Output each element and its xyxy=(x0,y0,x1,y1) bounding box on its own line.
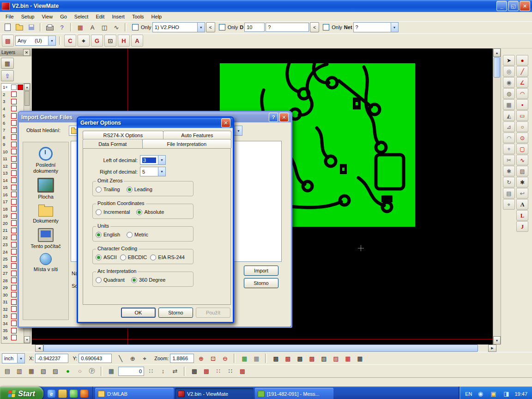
draw-circle-icon[interactable]: ○ xyxy=(516,121,528,132)
y-coordinate-field[interactable]: 0.690643 xyxy=(79,354,112,363)
radio-absolute[interactable]: Absolute xyxy=(136,209,164,215)
red-pad-mode-icon[interactable]: ▩ xyxy=(201,366,212,376)
cut-trace-icon[interactable]: ✂ xyxy=(503,155,515,165)
layer-visibility-chip[interactable] xyxy=(11,163,17,169)
folders-icon[interactable] xyxy=(58,389,67,398)
draw-angle-icon[interactable]: ∠ xyxy=(516,77,528,88)
dot-dark-mode-icon[interactable]: ∷ xyxy=(225,366,236,376)
gerber-dialog-titlebar[interactable]: Gerber Options ✕ xyxy=(78,118,233,128)
place-documents[interactable]: Dokumenty xyxy=(25,204,66,224)
grid-settings-icon[interactable]: ▦ xyxy=(106,366,117,376)
pad-stack-icon[interactable]: ◉ xyxy=(503,77,515,88)
tab-rs274-x-options[interactable]: RS274-X Options xyxy=(83,131,163,139)
close-button[interactable]: ✕ xyxy=(520,1,530,11)
cancel-button[interactable]: Storno xyxy=(158,308,193,318)
dialog-help-icon[interactable]: ? xyxy=(269,113,278,122)
mixed-red-view-icon[interactable]: ▦ xyxy=(342,353,353,363)
layer-color-chip[interactable] xyxy=(18,85,23,90)
unit-select[interactable]: inch ▼ xyxy=(2,353,25,363)
scroll-thumb[interactable] xyxy=(494,57,500,78)
grid-on-icon[interactable]: ▦ xyxy=(239,353,250,363)
crosshair-icon[interactable]: ⌖ xyxy=(139,353,150,363)
layer-visibility-chip[interactable] xyxy=(11,256,17,262)
x-coordinate-field[interactable]: -0.942237 xyxy=(35,354,68,363)
mirror-tool-icon[interactable]: ◭ xyxy=(503,110,515,121)
radio-360-degree[interactable]: 360 Degree xyxy=(131,277,166,283)
dcode-value-field[interactable]: 10 xyxy=(244,23,265,32)
layer-visibility-chip[interactable] xyxy=(11,306,17,312)
minimize-button[interactable]: _ xyxy=(496,1,507,11)
restore-button[interactable]: ◱ xyxy=(508,1,519,11)
draw-slot-icon[interactable]: ▢ xyxy=(516,144,528,154)
snap-on-icon[interactable]: ● xyxy=(62,366,73,376)
only-net-toggle[interactable]: Only Net xyxy=(320,24,352,30)
scroll-up-icon[interactable]: ▲ xyxy=(493,48,501,57)
pad-red-view-icon[interactable]: ▩ xyxy=(282,353,293,363)
layer-visibility-chip[interactable] xyxy=(11,170,17,176)
flash-dark-view-icon[interactable]: ▨ xyxy=(318,353,329,363)
layer-visibility-chip[interactable] xyxy=(11,206,17,212)
origin-icon[interactable]: ⊕ xyxy=(127,353,138,363)
dim-l-icon[interactable]: L xyxy=(516,210,528,221)
layer-visibility-chip[interactable] xyxy=(11,285,17,290)
context-help-icon[interactable]: ? xyxy=(56,22,67,32)
selection-filter-icon[interactable]: ▩ xyxy=(2,35,14,47)
step-mode-1-icon[interactable]: ▤ xyxy=(2,366,13,376)
layer-visibility-chip[interactable] xyxy=(11,156,17,162)
print-icon[interactable] xyxy=(44,22,55,32)
ok-button[interactable]: OK xyxy=(121,308,156,318)
layer-up-button-icon[interactable]: ⇧ xyxy=(1,70,14,81)
gear-icon[interactable]: ✱ xyxy=(516,177,528,187)
layer-visibility-chip[interactable] xyxy=(11,120,17,126)
left-of-decimal-select[interactable]: 3 ▼ xyxy=(140,155,166,165)
chevron-down-icon[interactable]: ▼ xyxy=(197,23,205,32)
prev-layer-button[interactable]: < xyxy=(206,22,215,32)
place-desktop[interactable]: Plocha xyxy=(25,178,66,200)
menu-go[interactable]: Go xyxy=(56,13,71,20)
move-origin-icon[interactable]: + xyxy=(503,144,515,154)
only-dcode-checkbox[interactable] xyxy=(219,24,225,30)
zoom-in-icon[interactable]: ⊕ xyxy=(195,353,206,363)
corner-select-icon[interactable]: ▩ xyxy=(189,366,200,376)
swap-axes-icon[interactable]: ⇄ xyxy=(169,366,181,376)
menu-edit[interactable]: Edit xyxy=(92,13,108,20)
layer-visibility-chip[interactable] xyxy=(11,177,17,183)
radio-ascii[interactable]: ASCII xyxy=(96,254,117,260)
chevron-down-icon[interactable]: ▼ xyxy=(158,156,165,164)
chevron-down-icon[interactable]: ▼ xyxy=(391,23,398,32)
dim-j-icon[interactable]: J xyxy=(516,221,528,232)
chevron-down-icon[interactable]: ▼ xyxy=(17,354,24,363)
menu-select[interactable]: Select xyxy=(71,13,92,20)
draw-line-icon[interactable]: ╱ xyxy=(516,66,528,77)
radio-incremental[interactable]: Incremental xyxy=(96,209,130,215)
trace-dark-view-icon[interactable]: ▩ xyxy=(294,353,305,363)
layer-visibility-chip[interactable] xyxy=(11,271,17,276)
menu-view[interactable]: View xyxy=(38,13,56,20)
rotate-icon[interactable]: ↻ xyxy=(503,177,515,187)
probe-icon[interactable]: Ⓟ xyxy=(86,366,97,376)
layer-visibility-chip[interactable] xyxy=(11,335,17,340)
trace-red-view-icon[interactable]: ▩ xyxy=(306,353,317,363)
radio-leading[interactable]: Leading xyxy=(127,187,152,193)
only-dcode-toggle[interactable]: Only D xyxy=(216,24,244,30)
layer-visibility-chip[interactable] xyxy=(11,106,17,111)
layer-visibility-chip[interactable] xyxy=(11,199,17,205)
snap-off-icon[interactable]: ○ xyxy=(74,366,85,376)
layer-row[interactable]: 35 xyxy=(1,327,24,334)
ie-icon[interactable]: e xyxy=(48,390,55,398)
draw-polyline-icon[interactable]: ∿ xyxy=(516,155,528,165)
layer-visibility-chip[interactable] xyxy=(11,91,17,97)
browser-icon[interactable] xyxy=(80,390,88,398)
zoom-value-field[interactable]: 1.8866 xyxy=(170,354,194,363)
erase-icon[interactable]: ▨ xyxy=(516,166,528,176)
open-file-icon[interactable] xyxy=(14,22,25,32)
scroll-down-icon[interactable]: ▼ xyxy=(493,336,501,345)
aperture-table-icon[interactable]: ▦ xyxy=(75,22,86,32)
new-file-icon[interactable] xyxy=(2,22,13,32)
taskbar-task[interactable]: [191-482-091] - Mess... xyxy=(255,388,333,399)
net-highlight-icon[interactable]: ◍ xyxy=(503,88,515,99)
layer-visibility-chip[interactable] xyxy=(11,235,17,240)
tab-auto-features[interactable]: Auto Features xyxy=(163,131,231,139)
layer-visibility-chip[interactable] xyxy=(11,127,17,133)
scroll-left-icon[interactable]: ◀ xyxy=(35,345,43,352)
